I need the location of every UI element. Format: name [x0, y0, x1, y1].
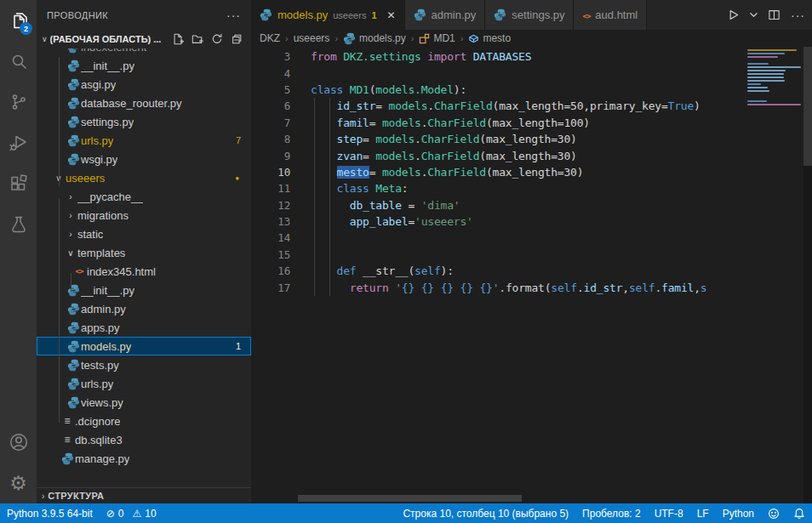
- tree-file-db-sqlite3[interactable]: ≡db.sqlite3: [37, 430, 251, 449]
- tree-file-tests-py[interactable]: tests.py: [37, 355, 251, 374]
- tree-folder-migrations[interactable]: ›migrations: [37, 206, 251, 225]
- code-line: 7 famil= models.CharField(max_length=100…: [251, 115, 812, 131]
- source-control-icon: [9, 92, 29, 112]
- python-icon: [66, 340, 81, 353]
- horizontal-scrollbar[interactable]: [298, 495, 522, 502]
- code-line-text: class Meta:: [311, 182, 408, 195]
- status-language-mode[interactable]: Python: [716, 503, 761, 523]
- tree-file-apps-py[interactable]: apps.py: [37, 318, 251, 337]
- field-icon: [468, 33, 479, 44]
- new-file-icon[interactable]: [172, 33, 184, 45]
- tab-directory-hint: useeers: [333, 10, 366, 20]
- outline-section-header[interactable]: › СТРУКТУРА: [37, 487, 251, 503]
- tree-file-models-py[interactable]: models.py1: [37, 337, 251, 355]
- status-notifications[interactable]: [786, 503, 812, 523]
- tree-item-label: views.py: [81, 396, 123, 409]
- activity-account-button[interactable]: [0, 422, 37, 463]
- activity-testing-button[interactable]: [0, 204, 37, 245]
- activity-source-control-button[interactable]: [0, 82, 37, 122]
- run-dropdown-icon[interactable]: [750, 11, 758, 19]
- tree-item-label: templates: [77, 247, 125, 259]
- line-number: 12: [251, 199, 290, 212]
- file-icon: ≡: [60, 434, 75, 446]
- breadcrumb-item-mesto[interactable]: mesto: [468, 32, 511, 44]
- minimap[interactable]: [746, 47, 803, 503]
- status-eol[interactable]: LF: [690, 503, 716, 523]
- status-cursor-position[interactable]: Строка 10, столбец 10 (выбрано 5): [396, 503, 575, 523]
- tab-models-py[interactable]: models.pyuseeers1✕: [251, 0, 405, 30]
- line-number: 8: [251, 133, 290, 145]
- tree-file-database-roouter-py[interactable]: database_roouter.py: [37, 94, 251, 112]
- sidebar-header: ПРОВОДНИК ···: [37, 0, 251, 30]
- run-icon[interactable]: [727, 9, 740, 21]
- tree-file-urls-py[interactable]: urls.py7: [37, 131, 251, 150]
- status-indentation[interactable]: Пробелов: 2: [575, 503, 648, 523]
- breadcrumb-item-useeers[interactable]: useeers: [294, 32, 330, 44]
- tab-label: settings.py: [512, 9, 564, 21]
- status-label: Python: [723, 508, 754, 520]
- tree-file-manage-py[interactable]: manage.py: [37, 449, 251, 468]
- refresh-icon[interactable]: [211, 33, 223, 45]
- collapse-all-icon[interactable]: [231, 33, 243, 45]
- code-line: 14: [251, 230, 812, 246]
- tab-aud-html[interactable]: <>aud.html: [574, 0, 647, 30]
- tree-indent-guide: [71, 273, 71, 292]
- outline-section-label: СТРУКТУРА: [48, 491, 104, 501]
- status-encoding[interactable]: UTF-8: [648, 503, 690, 523]
- code-editor[interactable]: 3from DKZ.settings import DATABASES45cla…: [251, 47, 812, 503]
- activity-extensions-button[interactable]: [0, 163, 37, 204]
- more-actions-button[interactable]: ···: [791, 9, 805, 22]
- breadcrumb-label: mesto: [483, 32, 511, 44]
- tree-file-settings-py[interactable]: settings.py: [37, 112, 251, 131]
- line-number: 3: [251, 50, 290, 63]
- minimap-line: [747, 80, 785, 82]
- tree-file--init-py[interactable]: __init__.py: [37, 56, 251, 75]
- tab-settings-py[interactable]: settings.py: [485, 0, 574, 30]
- indent-guide: [329, 98, 330, 296]
- breadcrumb-item-md1[interactable]: MD1: [419, 32, 455, 44]
- tree-file-admin-py[interactable]: admin.py: [37, 299, 251, 318]
- breadcrumb-item-dkz[interactable]: DKZ: [260, 32, 280, 44]
- tree-file-views-py[interactable]: views.py: [37, 393, 251, 412]
- explorer-more-actions-icon[interactable]: ···: [226, 9, 241, 22]
- breadcrumb: DKZ›useeers›models.py›MD1›mesto: [251, 30, 812, 47]
- tree-file-wsgi-py[interactable]: wsgi.py: [37, 150, 251, 168]
- line-number: 5: [251, 83, 290, 96]
- tree-item-label: wsgi.py: [81, 153, 117, 166]
- sidebar-title: ПРОВОДНИК: [47, 10, 108, 20]
- activity-badge: 2: [20, 22, 32, 35]
- tree-file-indexelement[interactable]: indexelement: [37, 48, 251, 56]
- code-line: 6 id_str= models.CharField(max_length=50…: [251, 98, 812, 114]
- tree-file-asgi-py[interactable]: asgi.py: [37, 75, 251, 94]
- split-editor-icon[interactable]: [768, 9, 781, 21]
- tree-file-urls-py[interactable]: urls.py: [37, 374, 251, 393]
- workspace-section-label: (РАБОЧАЯ ОБЛАСТЬ) ...: [50, 34, 172, 44]
- minimap-line: [747, 49, 797, 51]
- tree-file-index345-html[interactable]: <>index345.html: [37, 262, 251, 281]
- code-line-text: step= models.CharField(max_length=30): [311, 133, 577, 145]
- python-icon: [60, 452, 75, 465]
- tree-folder--pycache-[interactable]: ›__pycache__: [37, 187, 251, 206]
- breadcrumb-item-models-py[interactable]: models.py: [343, 32, 406, 45]
- status-python-version[interactable]: Python 3.9.5 64-bit: [0, 503, 100, 523]
- new-folder-icon[interactable]: [192, 33, 203, 45]
- line-number: 6: [251, 99, 290, 112]
- tree-folder-useeers[interactable]: ∨useeers●: [37, 168, 251, 187]
- tree-file--init-py[interactable]: __init__.py: [37, 281, 251, 299]
- status-feedback[interactable]: [761, 503, 786, 523]
- code-line-text: def __str__(self):: [311, 264, 454, 277]
- activity-run-debug-button[interactable]: [0, 122, 37, 163]
- close-icon[interactable]: ✕: [387, 9, 396, 21]
- workspace-section-header[interactable]: ∨ (РАБОЧАЯ ОБЛАСТЬ) ...: [37, 30, 251, 48]
- tree-folder-static[interactable]: ›static: [37, 225, 251, 243]
- tab-admin-py[interactable]: admin.py: [405, 0, 486, 30]
- status-problems[interactable]: ⊘0⚠10: [100, 503, 163, 523]
- tree-indent-guide: [59, 57, 60, 186]
- tree-folder-templates[interactable]: ∨templates: [37, 243, 251, 262]
- tree-item-label: index345.html: [87, 265, 156, 278]
- activity-settings-button[interactable]: ⚙: [0, 463, 37, 503]
- vertical-scrollbar[interactable]: [803, 47, 812, 166]
- activity-explorer-button[interactable]: 2: [0, 0, 37, 41]
- activity-search-button[interactable]: [0, 41, 37, 82]
- tree-file--dcignore[interactable]: ≡.dcignore: [37, 412, 251, 430]
